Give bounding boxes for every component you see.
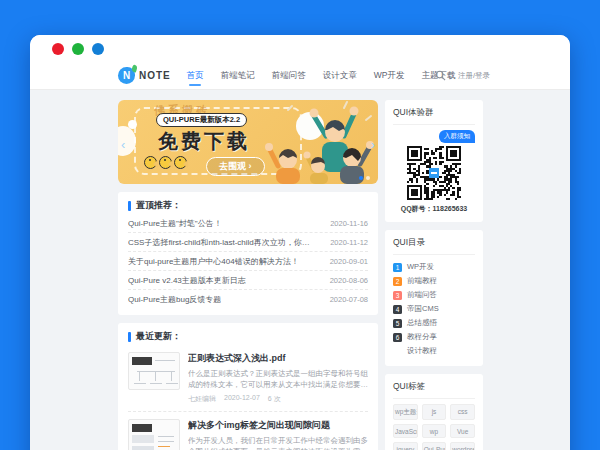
- directory-box: QUI目录 1 WP开发 2 前端教程 3 前端问答 4: [385, 230, 483, 366]
- pinned-posts-card: 置顶推荐： Qui-Pure主题"封笔"公告！ 2020-11-16 CSS子选…: [118, 192, 378, 315]
- pinned-row[interactable]: Qui-Pure主题bug反馈专题 2020-07-08: [128, 290, 368, 309]
- join-group-badge[interactable]: 入群须知: [439, 130, 475, 143]
- browser-window: N NOTE 首页 前端笔记 前端问答 设计文章 WP开发 主题下载 注册/登录: [30, 35, 570, 450]
- qq-group-box: QUI体验群 入群须知 QQ群号：118265633: [385, 100, 483, 222]
- tag-cloud: wp主题开发 js css JavaScript wp Vue jquery Q…: [393, 404, 475, 450]
- pinned-header: 置顶推荐：: [128, 199, 368, 212]
- article-author[interactable]: 七娃编辑: [188, 394, 216, 404]
- post-date: 2020-08-06: [330, 276, 368, 285]
- directory-item-empirecms[interactable]: 4 帝国CMS: [393, 302, 475, 316]
- article-date: 2020-12-07: [224, 394, 260, 404]
- qq-group-number: QQ群号：118265633: [393, 204, 475, 214]
- article-row: 解决多个img标签之间出现间隙问题 作为开发人员，我们在日常开发工作中经常会遇到…: [128, 412, 368, 450]
- qq-group-qr-code: [407, 146, 461, 200]
- nav-item-wp-dev[interactable]: WP开发: [374, 64, 405, 88]
- tag-item[interactable]: Qui-Pure: [422, 442, 447, 450]
- tags-box: QUI标签 wp主题开发 js css JavaScript wp Vue jq…: [385, 374, 483, 450]
- article-meta: 七娃编辑 2020-12-07 6 次: [188, 394, 368, 404]
- minimize-window-button[interactable]: [72, 43, 84, 55]
- tag-item[interactable]: Vue: [450, 424, 475, 438]
- directory-title: QUI目录: [393, 237, 475, 255]
- rank-badge: 3: [393, 291, 402, 300]
- carousel-dots: [359, 176, 370, 180]
- main-nav: 首页 前端笔记 前端问答 设计文章 WP开发 主题下载: [187, 64, 456, 88]
- register-login-link[interactable]: 注册/登录: [458, 71, 490, 81]
- site-logo[interactable]: N NOTE: [118, 67, 171, 84]
- article-thumbnail[interactable]: [128, 352, 180, 390]
- leaf-icon: [131, 64, 138, 72]
- rank-badge: 4: [393, 305, 402, 314]
- post-date: 2020-09-01: [330, 257, 368, 266]
- close-window-button[interactable]: [52, 43, 64, 55]
- pacman-icon: [144, 156, 157, 169]
- pacman-icons: [144, 156, 187, 169]
- search-icon[interactable]: [435, 70, 446, 81]
- directory-item-summary[interactable]: 5 总结感悟: [393, 316, 475, 330]
- recent-posts-card: 最近更新：: [118, 323, 378, 450]
- rank-badge: 2: [393, 277, 402, 286]
- recent-header: 最近更新：: [128, 330, 368, 343]
- article-title[interactable]: 正则表达式深入浅出.pdf: [188, 352, 368, 365]
- logo-n-icon: N: [118, 67, 135, 84]
- brand-name: NOTE: [139, 70, 171, 81]
- pinned-row[interactable]: CSS子选择first-child和nth-last-child再次立功，你还没…: [128, 233, 368, 252]
- carousel-dot[interactable]: [366, 176, 370, 180]
- article-excerpt: 作为开发人员，我们在日常开发工作中经常会遇到由多个图片组成的页面，虽然元素之间的…: [188, 435, 368, 450]
- article-row: 正则表达式深入浅出.pdf 什么是正则表达式？正则表达式是一组由字母和符号组成的…: [128, 345, 368, 412]
- article-title[interactable]: 解决多个img标签之间出现间隙问题: [188, 419, 368, 432]
- pinned-row[interactable]: 关于qui-pure主题用户中心404错误的解决方法！ 2020-09-01: [128, 252, 368, 271]
- tag-item[interactable]: wp: [422, 424, 447, 438]
- directory-item-frontend-qa[interactable]: 3 前端问答: [393, 288, 475, 302]
- recent-title: 最近更新：: [136, 330, 181, 343]
- directory-item-frontend-tutorial[interactable]: 2 前端教程: [393, 274, 475, 288]
- article-thumbnail[interactable]: [128, 419, 180, 450]
- pinned-title: 置顶推荐：: [136, 199, 181, 212]
- crowd-illustration: [248, 100, 378, 184]
- site-navbar: N NOTE 首页 前端笔记 前端问答 设计文章 WP开发 主题下载 注册/登录: [30, 62, 570, 90]
- article-views: 6 次: [268, 394, 281, 404]
- post-date: 2020-11-16: [330, 219, 368, 228]
- tags-title: QUI标签: [393, 381, 475, 399]
- rank-badge: 1: [393, 263, 402, 272]
- post-date: 2020-07-08: [330, 295, 368, 304]
- qq-group-title: QUI体验群: [393, 107, 475, 125]
- directory-item-design-tutorial[interactable]: 设计教程: [393, 344, 475, 358]
- pacman-icon: [159, 156, 172, 169]
- rank-badge: 6: [393, 333, 402, 342]
- article-excerpt: 什么是正则表达式？正则表达式是一组由字母和符号组成的特殊文本，它可以用来从文本中…: [188, 368, 368, 391]
- main-column: 佛系搬砖 QUI-PURE最新版本2.2 免费下载 去围观 ›: [118, 100, 378, 450]
- tag-item[interactable]: css: [450, 404, 475, 420]
- window-titlebar: [30, 35, 570, 62]
- banner-version-bubble: QUI-PURE最新版本2.2: [156, 113, 247, 127]
- pinned-row[interactable]: Qui-Pure v2.43主题版本更新日志 2020-08-06: [128, 271, 368, 290]
- banner-blob-decoration: [128, 120, 137, 129]
- promo-banner[interactable]: 佛系搬砖 QUI-PURE最新版本2.2 免费下载 去围观 ›: [118, 100, 378, 184]
- post-date: 2020-11-12: [330, 238, 368, 247]
- rank-badge: [393, 347, 402, 356]
- tag-item[interactable]: wordpress: [450, 442, 475, 450]
- carousel-dot[interactable]: [359, 176, 363, 180]
- accent-bar: [128, 201, 131, 211]
- nav-item-frontend-qa[interactable]: 前端问答: [272, 64, 306, 88]
- accent-bar: [128, 332, 131, 342]
- carousel-prev-icon[interactable]: ‹: [121, 138, 125, 151]
- directory-item-tutorial-share[interactable]: 6 教程分享: [393, 330, 475, 344]
- pinned-row[interactable]: Qui-Pure主题"封笔"公告！ 2020-11-16: [128, 214, 368, 233]
- nav-item-design-articles[interactable]: 设计文章: [323, 64, 357, 88]
- navbar-right: 注册/登录: [435, 70, 490, 81]
- fullscreen-window-button[interactable]: [92, 43, 104, 55]
- tag-item[interactable]: wp主题开发: [393, 404, 418, 420]
- nav-item-frontend-notes[interactable]: 前端笔记: [221, 64, 255, 88]
- carousel-next-icon[interactable]: ›: [371, 138, 375, 151]
- directory-item-wp-dev[interactable]: 1 WP开发: [393, 260, 475, 274]
- rank-badge: 5: [393, 319, 402, 328]
- sidebar: QUI体验群 入群须知 QQ群号：118265633 QUI目录 1 WP开发 …: [385, 100, 483, 450]
- nav-item-home[interactable]: 首页: [187, 64, 204, 88]
- tag-item[interactable]: js: [422, 404, 447, 420]
- banner-headline: 免费下载: [158, 128, 250, 155]
- pacman-icon: [174, 156, 187, 169]
- tag-item[interactable]: jquery: [393, 442, 418, 450]
- page-body: 佛系搬砖 QUI-PURE最新版本2.2 免费下载 去围观 ›: [30, 90, 570, 450]
- tag-item[interactable]: JavaScript: [393, 424, 418, 438]
